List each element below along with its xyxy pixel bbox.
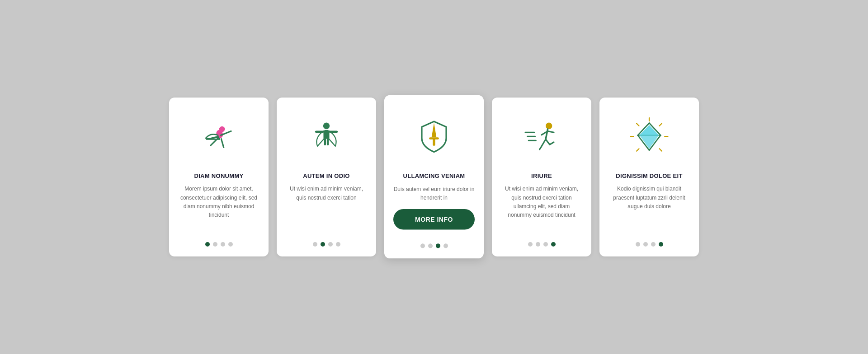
- card-1-title: DIAM NONUMMY: [194, 172, 243, 179]
- dot-4-2: [536, 242, 540, 247]
- svg-rect-3: [324, 130, 329, 139]
- diamond-icon: [622, 110, 676, 164]
- svg-point-2: [323, 123, 330, 129]
- dot-1-4: [228, 242, 233, 247]
- svg-line-15: [660, 124, 662, 126]
- card-4-dots: [528, 242, 556, 247]
- card-3-dots: [420, 244, 448, 248]
- card-2-title: AUTEM IN ODIO: [303, 172, 350, 179]
- card-ullamcing-veniam: ULLAMCING VENIAM Duis autem vel eum iriu…: [384, 95, 484, 259]
- shield-sword-icon: [407, 108, 461, 164]
- card-3-title: ULLAMCING VENIAM: [403, 172, 465, 179]
- card-1-text: Morem ipsum dolor sit amet, consectetuer…: [178, 185, 259, 233]
- svg-point-13: [546, 123, 552, 129]
- running-person-icon: [514, 110, 569, 164]
- cards-container: DIAM NONUMMY Morem ipsum dolor sit amet,…: [169, 98, 699, 256]
- dot-3-2: [428, 244, 433, 248]
- card-4-text: Ut wisi enim ad minim veniam, quis nostr…: [501, 185, 582, 233]
- svg-rect-8: [433, 138, 435, 146]
- dot-4-3: [543, 242, 548, 247]
- dot-2-4: [336, 242, 340, 247]
- dot-1-3: [221, 242, 225, 247]
- svg-line-20: [637, 149, 639, 151]
- dot-2-2: [321, 242, 325, 247]
- dot-5-3: [651, 242, 656, 247]
- dot-5-2: [643, 242, 648, 247]
- cape-person-icon: [299, 110, 354, 164]
- dot-3-3: [436, 244, 440, 248]
- card-5-dots: [636, 242, 663, 247]
- card-dignissim: DIGNISSIM DOLOE EIT Kodio dignissim qui …: [599, 98, 699, 256]
- dot-4-4: [551, 242, 556, 247]
- flying-person-icon: [192, 110, 246, 164]
- card-2-text: Ut wisi enim ad minim veniam, quis nostr…: [286, 185, 367, 233]
- svg-line-17: [660, 149, 662, 151]
- dot-1-2: [213, 242, 217, 247]
- dot-2-1: [313, 242, 317, 247]
- card-3-text: Duis autem vel eum iriure dolor in hendr…: [393, 185, 475, 203]
- svg-rect-9: [429, 137, 439, 140]
- card-diam-nonummy: DIAM NONUMMY Morem ipsum dolor sit amet,…: [169, 98, 269, 256]
- card-5-text: Kodio dignissim qui blandit praesent lup…: [609, 185, 690, 233]
- dot-5-1: [636, 242, 640, 247]
- svg-line-18: [637, 124, 639, 126]
- more-info-button[interactable]: MORE INFO: [393, 210, 475, 230]
- dot-3-4: [443, 244, 448, 248]
- dot-4-1: [528, 242, 533, 247]
- dot-5-4: [659, 242, 663, 247]
- card-2-dots: [313, 242, 340, 247]
- card-5-title: DIGNISSIM DOLOE EIT: [616, 172, 682, 179]
- dot-3-1: [420, 244, 425, 248]
- card-autem-in-odio: AUTEM IN ODIO Ut wisi enim ad minim veni…: [277, 98, 376, 256]
- dot-1-1: [205, 242, 210, 247]
- card-4-title: IRIURE: [531, 172, 552, 179]
- svg-point-1: [219, 126, 225, 132]
- card-1-dots: [205, 242, 233, 247]
- dot-2-3: [328, 242, 333, 247]
- card-iriure: IRIURE Ut wisi enim ad minim veniam, qui…: [492, 98, 591, 256]
